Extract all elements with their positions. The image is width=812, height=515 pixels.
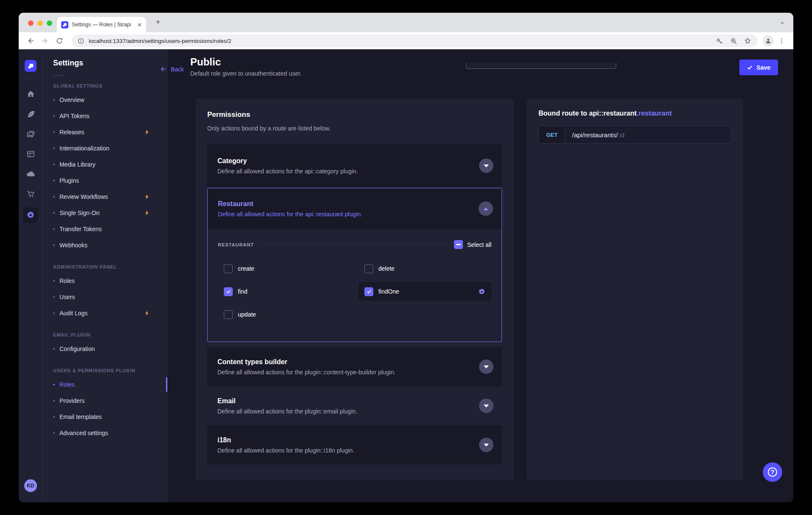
site-info-icon[interactable] (77, 37, 85, 45)
minimize-window-button[interactable] (37, 20, 43, 26)
delete-checkbox[interactable] (364, 264, 373, 273)
cloud-deploy-icon[interactable] (25, 169, 36, 179)
accordion-description: Define all allowed actions for the plugi… (217, 447, 492, 454)
marketplace-cart-icon[interactable] (25, 189, 36, 199)
back-button[interactable] (25, 35, 37, 47)
sidebar-item-media-library[interactable]: Media Library (53, 156, 167, 173)
sidebar-item-releases[interactable]: Releases (53, 124, 167, 140)
route-param: :id (618, 131, 625, 139)
action-settings-gear-icon[interactable] (478, 288, 485, 295)
question-mark-icon: ? (768, 467, 777, 477)
browser-menu-icon[interactable] (775, 35, 787, 47)
url-bar[interactable]: localhost:1337/admin/settings/users-perm… (71, 34, 758, 47)
description-field-partial[interactable] (466, 62, 616, 69)
collapse-chevron-button[interactable] (479, 201, 493, 216)
expand-chevron-button[interactable] (479, 438, 493, 452)
settings-gear-icon[interactable] (23, 207, 38, 223)
accordion-category[interactable]: Category Define all allowed actions for … (207, 144, 502, 187)
bullet-icon (53, 348, 55, 350)
back-arrow-icon (160, 65, 167, 73)
sidebar-item-admin-roles[interactable]: Roles (53, 273, 167, 289)
settings-sidebar: Settings GLOBAL SETTINGS Overview API To… (42, 49, 167, 502)
content-type-builder-icon[interactable] (25, 149, 36, 159)
url-text[interactable]: localhost:1337/admin/settings/users-perm… (89, 38, 710, 44)
action-create: create (218, 259, 351, 278)
bullet-icon (53, 244, 55, 246)
subsection-label: RESTAURANT (218, 242, 254, 247)
action-findone[interactable]: findOne (358, 282, 491, 301)
sidebar-item-admin-users[interactable]: Users (53, 289, 167, 305)
sidebar-item-internationalization[interactable]: Internationalization (53, 140, 167, 156)
bookmark-star-icon[interactable] (744, 37, 752, 45)
sidebar-item-overview[interactable]: Overview (53, 92, 167, 108)
forward-button[interactable] (39, 35, 51, 47)
section-label-users-permissions-plugin: USERS & PERMISSIONS PLUGIN (53, 368, 167, 373)
accordion-i18n[interactable]: i18n Define all allowed actions for the … (207, 425, 502, 464)
findone-checkbox[interactable] (364, 287, 373, 296)
back-link[interactable]: Back (160, 65, 184, 73)
save-button[interactable]: Save (739, 59, 778, 75)
select-all-checkbox[interactable] (454, 240, 463, 249)
maximize-window-button[interactable] (47, 20, 52, 26)
home-icon[interactable] (25, 89, 36, 99)
sidebar-item-email-templates[interactable]: Email templates (53, 409, 167, 425)
sidebar-item-providers[interactable]: Providers (53, 393, 167, 409)
tab-close-icon[interactable]: ✕ (137, 22, 142, 28)
bullet-icon (53, 400, 55, 402)
tab-strip: Settings — Roles | Strapi ✕ + (19, 13, 793, 32)
accordion-title: Restaurant (218, 200, 491, 208)
bullet-icon (53, 99, 55, 101)
sidebar-item-webhooks[interactable]: Webhooks (53, 237, 167, 253)
section-label-administration-panel: ADMINISTRATION PANEL (53, 264, 167, 269)
bullet-icon (53, 212, 55, 214)
sidebar-item-email-configuration[interactable]: Configuration (53, 341, 167, 357)
sidebar-item-transfer-tokens[interactable]: Transfer Tokens (53, 221, 167, 237)
browser-tab[interactable]: Settings — Roles | Strapi ✕ (57, 17, 146, 32)
bullet-icon (53, 164, 55, 165)
new-tab-button[interactable]: + (153, 18, 163, 26)
bound-route-highlight: .restaurant (637, 110, 672, 117)
sidebar-item-review-workflows[interactable]: Review Workflows (53, 189, 167, 205)
accordion-description: Define all allowed actions for the plugi… (217, 408, 492, 415)
bullet-icon (53, 296, 55, 298)
accordion-title: Content types builder (217, 358, 492, 366)
sidebar-item-api-tokens[interactable]: API Tokens (53, 108, 167, 124)
sidebar-item-plugins[interactable]: Plugins (53, 173, 167, 189)
reload-button[interactable] (54, 35, 65, 47)
indeterminate-minus-icon (456, 244, 461, 245)
expand-chevron-button[interactable] (479, 399, 493, 413)
lightning-bolt-icon (144, 210, 150, 216)
browser-profile-avatar[interactable] (763, 35, 774, 46)
close-window-button[interactable] (28, 20, 34, 26)
sidebar-item-advanced-settings[interactable]: Advanced settings (53, 425, 167, 441)
sidebar-item-audit-logs[interactable]: Audit Logs (53, 305, 167, 321)
lightning-bolt-icon (144, 129, 150, 135)
update-checkbox[interactable] (224, 310, 233, 319)
sidebar-item-up-roles[interactable]: Roles (53, 376, 167, 393)
media-library-icon[interactable] (25, 129, 36, 139)
accordion-email[interactable]: Email Define all allowed actions for the… (207, 386, 502, 425)
accordion-restaurant-header[interactable]: Restaurant Define all allowed actions fo… (208, 188, 502, 229)
page-subtitle: Default role given to unauthenticated us… (190, 70, 302, 77)
accordion-title: Category (217, 157, 492, 165)
accordion-description: Define all allowed actions for the plugi… (217, 369, 492, 376)
select-all-label: Select all (467, 241, 491, 248)
sidebar-item-single-sign-on[interactable]: Single Sign-On (53, 205, 167, 221)
tab-list-chevron-icon[interactable] (778, 18, 787, 27)
route-row: GET /api/restaurants/:id (539, 126, 731, 144)
expand-chevron-button[interactable] (479, 359, 493, 374)
create-checkbox[interactable] (224, 264, 233, 273)
user-avatar[interactable]: KD (24, 479, 37, 492)
strapi-logo[interactable] (25, 60, 37, 72)
accordion-content-types-builder[interactable]: Content types builder Define all allowed… (207, 347, 502, 386)
action-delete: delete (358, 259, 491, 278)
find-checkbox[interactable] (224, 287, 233, 296)
sidebar-divider (53, 75, 64, 76)
select-all-control: Select all (454, 240, 491, 249)
actions-grid: create delete find (218, 259, 491, 324)
help-button[interactable]: ? (763, 462, 782, 482)
content-manager-feather-icon[interactable] (25, 109, 36, 119)
password-key-icon[interactable] (716, 37, 724, 45)
zoom-page-icon[interactable] (730, 37, 738, 45)
expand-chevron-button[interactable] (479, 158, 493, 173)
